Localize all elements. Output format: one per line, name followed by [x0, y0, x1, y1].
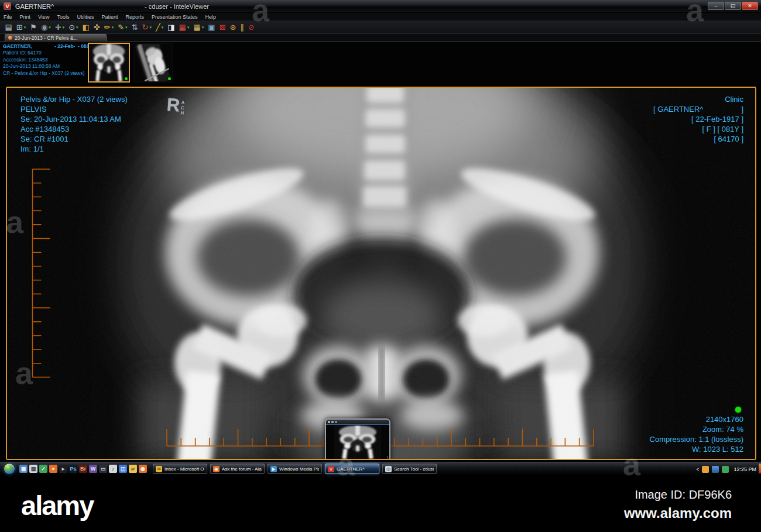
window-level-tool-icon[interactable]: ◧: [83, 22, 90, 33]
measure-line-icon[interactable]: ╱▾: [156, 22, 163, 33]
menu-tools[interactable]: Tools: [57, 14, 69, 20]
study-tab[interactable]: 20-Jun-2013 - CR Pelvis &...: [5, 34, 107, 41]
layout-grid-icon[interactable]: ▦▾: [193, 22, 204, 33]
navigator-preview-window[interactable]: [325, 418, 390, 460]
task-wmp-label: Windows Media Play...: [279, 466, 319, 472]
quicklaunch-text-editor-icon[interactable]: ▤: [29, 465, 37, 473]
zoom-tool-icon[interactable]: ⊙▾: [68, 22, 78, 33]
quicklaunch-orange-app-icon[interactable]: ●: [49, 465, 57, 473]
quicklaunch-explorer-icon[interactable]: ◫: [119, 465, 127, 473]
tab-row: 20-Jun-2013 - CR Pelvis &...: [0, 34, 761, 41]
menu-view[interactable]: View: [38, 14, 49, 20]
reset-tool-icon[interactable]: ⊘: [248, 22, 255, 33]
task-firefox-label: Ask the forum - Alam...: [222, 466, 262, 472]
overlay-br-line-2: Compression: 1:1 (lossless): [650, 434, 743, 444]
menu-help[interactable]: Help: [205, 14, 217, 20]
dropdown-arrow-icon[interactable]: ▾: [112, 25, 114, 30]
task-firefox-icon: ◉: [213, 466, 220, 472]
crosshair-tool-icon[interactable]: ✜: [94, 22, 100, 33]
study-browser-icon[interactable]: ▤: [5, 22, 12, 33]
marker-sub-letter: H: [180, 111, 184, 116]
image-id-label: Image ID: DF96K6: [624, 488, 732, 502]
dropdown-arrow-icon[interactable]: ▾: [149, 25, 152, 30]
dropdown-arrow-icon[interactable]: ▾: [76, 25, 78, 30]
task-inteleviewer[interactable]: VGAERTNER^: [325, 464, 379, 474]
cine-tool-icon[interactable]: ↻▾: [142, 22, 152, 33]
dropdown-arrow-icon[interactable]: ▾: [187, 25, 190, 30]
quicklaunch-display-settings-icon[interactable]: ▭: [99, 465, 107, 473]
key-image-icon[interactable]: ⊛: [229, 22, 236, 33]
connection-status-icon: [735, 407, 741, 413]
quicklaunch-window-switcher-icon[interactable]: ▣: [19, 465, 28, 473]
restore-button[interactable]: ◱: [725, 2, 741, 10]
presentation-state-icon[interactable]: ◉▾: [41, 22, 51, 33]
task-search[interactable]: ◎Search Tool - cduser ...: [382, 464, 437, 474]
tray-volume-icon[interactable]: [722, 466, 729, 473]
dicom-overlay-icon[interactable]: ⊠: [220, 22, 226, 33]
invert-contrast-icon[interactable]: ◨: [167, 22, 174, 33]
dropdown-arrow-icon[interactable]: ▾: [49, 25, 51, 30]
thumbnail-pelvis-lateral[interactable]: [133, 43, 173, 83]
patient-info-line-0: Patient ID: 64170: [3, 50, 91, 57]
quicklaunch-firefox-icon[interactable]: ◉: [139, 465, 147, 473]
overlay-tl-line-3: Acc #1348453: [20, 124, 128, 134]
thumbnail-pelvis-ap[interactable]: [88, 43, 130, 83]
thumbnail-status-icon: [125, 77, 128, 80]
menu-reports[interactable]: Reports: [125, 14, 144, 20]
wl-presets-icon[interactable]: ∥: [240, 22, 244, 33]
minimize-button[interactable]: –: [708, 2, 724, 10]
stack-scroll-icon[interactable]: ⇅: [132, 22, 138, 33]
menu-utilities[interactable]: Utilities: [77, 14, 94, 20]
tray-expand-chevron[interactable]: <: [696, 466, 699, 472]
site-url-label: www.alamy.com: [624, 505, 732, 521]
alamy-logo: alamy: [21, 489, 93, 521]
layout-protocol-icon[interactable]: ▦▾: [179, 22, 190, 33]
task-firefox[interactable]: ◉Ask the forum - Alam...: [210, 464, 265, 474]
study-status-icon: [8, 36, 12, 40]
import-stack-icon[interactable]: ⊞▾: [16, 22, 26, 33]
tray-security-icon[interactable]: [702, 466, 709, 473]
task-inteleviewer-icon: V: [328, 466, 334, 472]
start-button[interactable]: [4, 463, 15, 475]
navigator-titlebar: [326, 420, 389, 424]
clock[interactable]: 12:25 PM: [733, 466, 756, 472]
menu-file[interactable]: File: [4, 14, 12, 20]
patient-info-panel: GAERTNER, - 22-Feb- - 081Y F Patient ID:…: [3, 43, 91, 77]
quicklaunch-green-app-icon[interactable]: ✓: [39, 465, 47, 473]
dropdown-arrow-icon[interactable]: ▾: [202, 25, 204, 30]
overlay-br-line-1: Zoom: 74 %: [702, 424, 743, 434]
active-viewport[interactable]: Pelvis &/or Hip - X037 (2 views)PELVISSe…: [6, 87, 756, 460]
task-wmp[interactable]: ▶Windows Media Play...: [268, 464, 322, 474]
title-bar: V GAERTNER^ - cduser - InteleViewer – ◱ …: [0, 0, 761, 13]
patient-name: GAERTNER,: [3, 43, 32, 49]
close-button[interactable]: ✕: [742, 2, 758, 10]
quicklaunch-bridge-icon[interactable]: Br: [79, 465, 87, 473]
menu-print[interactable]: Print: [20, 14, 31, 20]
quicklaunch-media-player-classic-icon[interactable]: ▸: [59, 465, 67, 473]
dropdown-arrow-icon[interactable]: ▾: [24, 25, 26, 30]
dropdown-arrow-icon[interactable]: ▾: [63, 25, 65, 30]
dropdown-arrow-icon[interactable]: ▾: [162, 25, 164, 30]
tray-network-icon[interactable]: [712, 466, 719, 473]
menu-presentation-states[interactable]: Presentation States: [152, 14, 198, 20]
pan-tool-icon[interactable]: ✛▾: [55, 22, 64, 33]
overlay-tl-line-2: Se: 20-Jun-2013 11:04:13 AM: [20, 114, 128, 124]
dual-monitor-icon[interactable]: ▣: [208, 22, 215, 33]
quicklaunch-folder-icon[interactable]: ▰: [129, 465, 137, 473]
patient-info-line-2: 20-Jun-2013 11:00:58 AM: [3, 63, 91, 70]
pencil-annotation-icon[interactable]: ✏▾: [104, 22, 114, 33]
quicklaunch-purple-app-icon[interactable]: W: [89, 465, 97, 473]
thumbnail-strip: GAERTNER, - 22-Feb- - 081Y F Patient ID:…: [0, 41, 761, 84]
overlay-tl-line-1: PELVIS: [20, 104, 128, 114]
flag-study-icon[interactable]: ⚑: [30, 22, 37, 33]
dropdown-arrow-icon[interactable]: ▾: [125, 25, 128, 30]
marker-r-letter: R: [166, 95, 181, 115]
overlay-br-line-3: W: 1023 L: 512: [692, 444, 743, 454]
taskbar-edge-item[interactable]: [759, 464, 761, 473]
task-outlook[interactable]: ✉Inbox - Microsoft Ou...: [153, 464, 207, 474]
task-wmp-icon: ▶: [270, 466, 277, 472]
menu-patient[interactable]: Patient: [101, 14, 118, 20]
quicklaunch-photoshop-icon[interactable]: Ps: [69, 465, 77, 473]
quicklaunch-quicktime-icon[interactable]: ♪: [109, 465, 117, 473]
text-annotation-icon[interactable]: ✎▾: [118, 22, 127, 33]
